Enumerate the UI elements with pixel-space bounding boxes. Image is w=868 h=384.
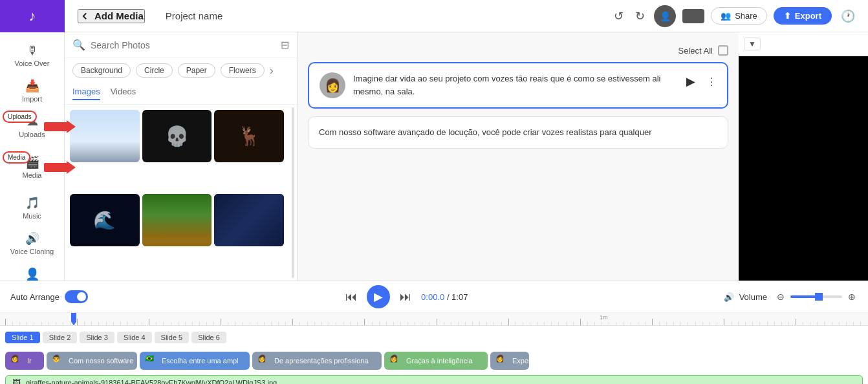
music-icon: 🎵 [25,196,39,210]
undo-button[interactable]: ↺ [611,6,626,26]
slide-6-label[interactable]: Slide 6 [191,332,226,343]
voice-card-1: 👩 Imagine dar vida ao seu projeto com vo… [308,62,728,109]
zoom-in-button[interactable]: ⊕ [846,290,858,304]
skip-back-button[interactable]: ⏮ [343,288,359,306]
clip-avatar-2: 👨 [52,354,65,367]
share-label: Share [735,11,757,21]
export-label: Export [795,11,821,21]
clip-avatar-6: 👩 [495,354,508,367]
user-avatar[interactable]: 👤 [654,5,676,27]
voice-card-2: Com nosso software avançado de locução, … [308,116,728,149]
sidebar-label-voice-over: Voice Over [15,59,50,67]
image-thumb-3[interactable]: 🦌 [214,110,284,162]
time-current: 0:00.0 [421,292,444,302]
play-main-button[interactable]: ▶ [367,285,390,308]
timeline-controls: Auto Arrange ⏮ ▶ ⏭ 0:00.0 / 1:07 🔊 Volum… [0,281,868,313]
clip-label-6: Exper [512,357,529,365]
preview-area: Select All 👩 Imagine dar vida ao seu pro… [298,32,739,281]
tag-paper[interactable]: Paper [178,63,215,78]
voice-text-1: Imagine dar vida ao seu projeto com voze… [353,72,674,98]
view-toggle[interactable] [682,9,704,23]
tags-more-button[interactable]: › [270,64,274,78]
image-clip-filename: giraffes-nature-animals-9183614-BEAV528o… [26,379,277,384]
export-icon: ⬆ [784,11,791,21]
image-track: 🖼 giraffes-nature-animals-9183614-BEAV52… [0,372,868,384]
clip-label-5: Graças à inteligência [406,357,473,365]
select-all-checkbox[interactable] [718,45,728,56]
tab-videos[interactable]: Videos [111,87,136,100]
slides-row: Slide 1 Slide 2 Slide 3 Slide 4 Slide 5 … [0,326,868,349]
import-icon: 📥 [25,79,39,93]
media-panel: 🔍 ⊟ Background Circle Paper Flowers › Im… [65,32,298,281]
image-thumb-5[interactable] [142,194,212,246]
add-media-title: Add Media [94,10,144,21]
images-grid: 💀 🦌 🌊 [65,105,289,281]
search-input[interactable] [91,40,276,50]
image-thumb-6[interactable] [214,194,284,246]
clip-avatar-5: 👩 [389,354,402,367]
back-button[interactable]: Add Media [78,9,145,23]
volume-icon: 🔊 [724,292,734,302]
auto-arrange: Auto Arrange [10,290,88,303]
select-all-row: Select All [308,43,728,62]
skip-forward-button[interactable]: ⏭ [398,288,413,306]
timeline-area: Auto Arrange ⏮ ▶ ⏭ 0:00.0 / 1:07 🔊 Volum… [0,281,868,384]
project-name: Project name [166,10,603,21]
slide-3-label[interactable]: Slide 3 [80,332,114,343]
auto-arrange-toggle[interactable] [65,290,88,303]
zoom-out-button[interactable]: ⊖ [775,290,787,304]
more-button-1[interactable]: ⋮ [706,76,717,88]
clip-3[interactable]: 🇧🇷 Escolha entre uma ampl [140,352,250,370]
timeline-ruler: for(let i=0;i<120;i++){ document.write('… [0,313,868,326]
tabs-row: Images Videos [65,83,297,105]
slide-5-label[interactable]: Slide 5 [155,332,190,343]
sidebar-label-music: Music [23,212,41,220]
image-clip-icon: 🖼 [12,378,21,385]
ruler-1m-label: 1m [600,314,608,321]
slide-4-label[interactable]: Slide 4 [117,332,152,343]
slide-1-label[interactable]: Slide 1 [5,332,40,343]
image-thumb-1[interactable] [70,110,140,162]
clip-label-2: Com nosso software [69,357,133,365]
sidebar-item-avatar[interactable]: 👤 Avatar [4,262,61,281]
play-button-1[interactable]: ▶ [682,72,700,91]
sidebar-item-voice-cloning[interactable]: 🔊 Voice Cloning [4,226,61,261]
filter-icon[interactable]: ⊟ [281,39,289,51]
export-button[interactable]: ⬆ Export [774,7,832,25]
uploads-icon: ☁ [27,114,38,129]
clips-row: 👩 Ir 👨 Com nosso software 🇧🇷 Escolha ent… [0,349,868,372]
clip-4[interactable]: 👩 De apresentações profissiona [252,352,382,370]
clip-6[interactable]: 👩 Exper [490,352,529,370]
black-screen [739,56,868,281]
media-icon: 🎬 [25,155,39,169]
sidebar-label-import: Import [22,95,42,103]
main-layout: 🎙 Voice Over 📥 Import ☁ Uploads Uploads [0,32,868,281]
sidebar-item-media[interactable]: 🎬 Media [0,150,64,184]
image-thumb-4[interactable]: 🌊 [70,194,140,246]
topbar: ♪ Add Media Project name ↺ ↻ 👤 👥 Share ⬆… [0,0,868,32]
sidebar-item-voice-over[interactable]: 🎙 Voice Over [4,39,61,72]
image-thumb-2[interactable]: 💀 [142,110,212,162]
logo: ♪ [0,0,65,32]
sidebar-item-import[interactable]: 📥 Import [4,74,61,108]
clip-avatar-3: 🇧🇷 [145,354,158,367]
topbar-right: ↺ ↻ 👤 👥 Share ⬆ Export 🕐 [611,5,858,27]
clip-5[interactable]: 👩 Graças à inteligência [384,352,488,370]
preview-dropdown[interactable]: ▼ [744,37,761,50]
volume-label: Volume [739,292,767,302]
tag-background[interactable]: Background [72,63,131,78]
logo-icon: ♪ [29,8,36,25]
history-button[interactable]: 🕐 [838,6,858,26]
share-button[interactable]: 👥 Share [711,7,767,25]
clip-1[interactable]: 👩 Ir [5,352,44,370]
clip-2[interactable]: 👨 Com nosso software [47,352,137,370]
clip-label-1: Ir [27,357,32,365]
slide-2-label[interactable]: Slide 2 [43,332,78,343]
image-clip[interactable]: 🖼 giraffes-nature-animals-9183614-BEAV52… [5,375,863,384]
sidebar-item-uploads[interactable]: ☁ Uploads [0,109,64,144]
tab-images[interactable]: Images [72,87,100,100]
tag-circle[interactable]: Circle [136,63,173,78]
tag-flowers[interactable]: Flowers [221,63,265,78]
redo-button[interactable]: ↻ [633,6,647,26]
sidebar-item-music[interactable]: 🎵 Music [4,191,61,225]
